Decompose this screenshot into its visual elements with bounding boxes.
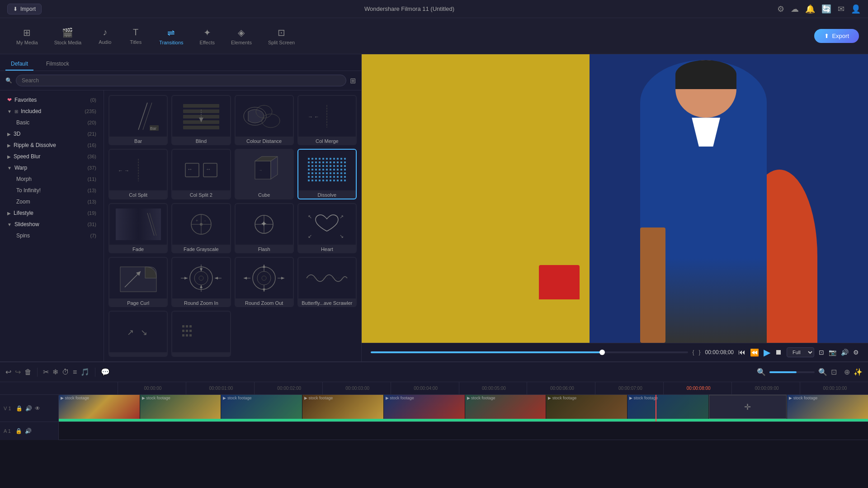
transition-card-round-zoom-in[interactable]: Round Zoom In (171, 257, 231, 307)
sidebar-item-spins[interactable]: Spins (7) (2, 230, 102, 241)
toolbar-item-effects[interactable]: ✦ Effects (193, 24, 222, 49)
transition-card-blind[interactable]: Blind (171, 95, 231, 145)
sidebar-item-included[interactable]: ▼ ⊞ Included (235) (2, 106, 102, 117)
transition-card-more2[interactable] (171, 311, 231, 357)
cloud-icon[interactable]: ☁ (791, 4, 799, 14)
sidebar-item-slideshow[interactable]: ▼ Slideshow (31) (2, 219, 102, 230)
speed-button[interactable]: ⏱ (62, 368, 69, 376)
add-track-button[interactable]: ⊕ (844, 368, 850, 376)
toolbar-item-titles[interactable]: T Titles (121, 24, 150, 48)
video-lock-button[interactable]: 🔒 (16, 405, 23, 412)
svg-text:→: → (259, 168, 262, 172)
tab-filmstock[interactable]: Filmstock (41, 58, 75, 71)
panel-content: ❤ Favorites (0) ▼ ⊞ Included (235) Basic… (0, 90, 361, 361)
sidebar-item-lifestyle[interactable]: ▶ Lifestyle (19) (2, 208, 102, 218)
svg-rect-42 (337, 158, 339, 160)
transition-card-dissolve[interactable]: Dissolve (297, 149, 357, 199)
zoom-in-button[interactable]: 🔍 (818, 368, 827, 376)
tab-default[interactable]: Default (5, 58, 33, 71)
toolbar-item-elements[interactable]: ◈ Elements (224, 24, 259, 49)
transition-thumb-col-merge: → ← (298, 96, 356, 137)
transition-card-flash[interactable]: ✦ Flash (235, 203, 294, 253)
notification-icon[interactable]: 🔔 (805, 4, 815, 14)
magic-button[interactable]: ✨ (854, 368, 863, 376)
grid-view-icon[interactable]: ⊞ (350, 76, 356, 85)
transition-card-cube[interactable]: → Cube (235, 149, 294, 199)
svg-rect-52 (333, 161, 335, 163)
svg-text:↖: ↖ (308, 214, 312, 219)
volume-button[interactable]: 🔊 (841, 349, 849, 356)
toolbar-item-stock-media[interactable]: 🎬 Stock Media (47, 24, 89, 49)
audio-lock-button[interactable]: 🔒 (15, 428, 22, 434)
sidebar-item-speed-blur[interactable]: ▶ Speed Blur (36) (2, 151, 102, 162)
sidebar-item-ripple[interactable]: ▶ Ripple & Dissolve (16) (2, 140, 102, 151)
sidebar-item-to-infinity[interactable]: To Infinity! (13) (2, 185, 102, 196)
transition-card-heart[interactable]: ↖ ↗ ↙ ↘ Heart (297, 203, 357, 253)
svg-rect-94 (326, 176, 328, 178)
sidebar-item-zoom[interactable]: Zoom (13) (2, 196, 102, 207)
toolbar-item-transitions[interactable]: ⇌ Transitions (152, 24, 190, 49)
transition-card-more1[interactable]: ↗ ↘ (108, 311, 168, 357)
sync-icon[interactable]: 🔄 (821, 4, 831, 14)
transition-card-colour-distance[interactable]: Colour Distance (235, 95, 294, 145)
progress-fill (371, 351, 602, 353)
zoom-out-button[interactable]: 🔍 (757, 368, 766, 376)
sidebar-item-basic[interactable]: Basic (20) (2, 117, 102, 128)
toolbar-item-split-screen[interactable]: ⊡ Split Screen (261, 24, 302, 49)
step-back-button[interactable]: ⏪ (750, 348, 759, 357)
play-button[interactable]: ▶ (764, 347, 770, 358)
mail-icon[interactable]: ✉ (838, 4, 844, 14)
sidebar-item-morph[interactable]: Morph (11) (2, 174, 102, 185)
transition-card-col-split[interactable]: ← → Col Split (108, 149, 168, 199)
audio-edit-button[interactable]: 🎵 (80, 368, 90, 376)
ruler-mark-8: 00:00:08:00 (663, 382, 731, 395)
transition-card-col-merge[interactable]: → ← Col Merge (297, 95, 357, 145)
transition-card-col-split-2[interactable]: ↔ ↔ Col Split 2 (171, 149, 231, 199)
freeze-button[interactable]: ❄ (52, 368, 58, 376)
skip-back-button[interactable]: ⏮ (738, 348, 745, 356)
undo-button[interactable]: ↩ (5, 368, 11, 376)
video-eye-button[interactable]: 👁 (35, 405, 40, 412)
toolbar-item-my-media[interactable]: ⊞ My Media (9, 24, 45, 49)
export-button[interactable]: ⬆ Export (814, 29, 859, 43)
progress-bar[interactable] (371, 351, 688, 353)
transition-thumb-round-zoom-out (236, 258, 293, 298)
svg-rect-57 (311, 165, 313, 167)
transition-card-round-zoom-out[interactable]: Round Zoom Out (235, 257, 294, 307)
video-mute-button[interactable]: 🔊 (25, 405, 32, 412)
progress-handle[interactable] (599, 350, 605, 355)
fit-button[interactable]: ⊡ (831, 368, 837, 376)
user-icon[interactable]: 👤 (851, 4, 861, 14)
sidebar-item-favorites[interactable]: ❤ Favorites (0) (2, 95, 102, 105)
transition-card-bar[interactable]: Bar Bar (108, 95, 168, 145)
transition-thumb-fade-grayscale: + - (172, 204, 230, 245)
sidebar-item-3d[interactable]: ▶ 3D (21) (2, 128, 102, 139)
import-button[interactable]: ⬇ Import (7, 4, 42, 14)
transition-card-fade-grayscale[interactable]: + - Fade Grayscale (171, 203, 231, 253)
svg-rect-164 (182, 325, 184, 327)
color-button[interactable]: ≡ (73, 368, 77, 376)
transition-name-butterfly-scrawler: Butterfly...ave Scrawler (298, 298, 356, 307)
zoom-select[interactable]: Full 50% 75% (787, 347, 814, 357)
settings-playback-button[interactable]: ⚙ (853, 349, 859, 356)
svg-rect-48 (319, 161, 321, 163)
ruler-mark-6: 00:00:06:00 (527, 382, 595, 395)
redo-button[interactable]: ↪ (15, 368, 21, 376)
subtitle-button[interactable]: 💬 (101, 368, 110, 376)
cut-button[interactable]: ✂ (43, 368, 49, 376)
transition-card-fade[interactable]: Fade (108, 203, 168, 253)
transition-card-butterfly-scrawler[interactable]: Butterfly...ave Scrawler (297, 257, 357, 307)
svg-rect-168 (186, 330, 188, 332)
search-input[interactable] (16, 75, 346, 86)
zoom-slider[interactable] (769, 371, 815, 373)
audio-mute-button[interactable]: 🔊 (25, 428, 32, 434)
toolbar-item-audio[interactable]: ♪ Audio (90, 24, 119, 48)
sidebar-item-warp[interactable]: ▼ Warp (37) (2, 162, 102, 173)
delete-button[interactable]: 🗑 (24, 368, 32, 376)
expand-lifestyle-icon: ▶ (7, 211, 11, 216)
transition-card-page-curl[interactable]: Page Curl (108, 257, 168, 307)
snapshot-button[interactable]: 📷 (829, 349, 836, 356)
crop-button[interactable]: ⊡ (819, 349, 824, 356)
settings-icon[interactable]: ⚙ (777, 4, 784, 14)
stop-button[interactable]: ⏹ (775, 348, 782, 356)
